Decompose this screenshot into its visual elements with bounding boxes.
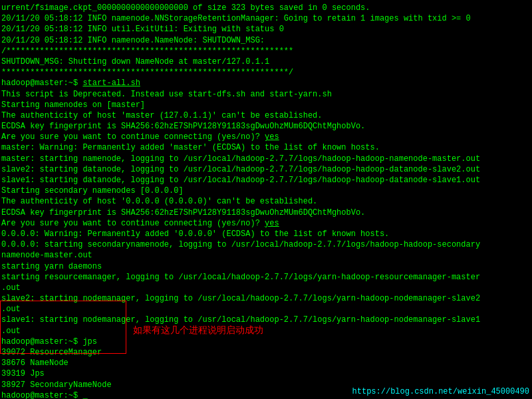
terminal-line: Starting secondary namenodes [0.0.0.0] (1, 186, 531, 196)
terminal-line: 39319 Jps (1, 368, 531, 379)
terminal-line: master: starting namenode, logging to /u… (1, 154, 531, 164)
terminal-line: Starting namenodes on [master] (1, 100, 531, 110)
terminal-line: 20/11/20 05:18:12 INFO namenode.NNStorag… (1, 13, 531, 24)
terminal-line: master: Warning: Permanently added 'mast… (1, 142, 531, 153)
terminal-line: namenode-master.out (1, 250, 531, 261)
terminal-line: The authenticity of host 'master (127.0.… (1, 110, 531, 121)
terminal-line: This script is Deprecated. Instead use s… (1, 89, 531, 100)
process-highlight-box (0, 301, 126, 354)
terminal-line: urrent/fsimage.ckpt_0000000000000000000 … (1, 3, 531, 13)
terminal-line: slave2: starting datanode, logging to /u… (1, 164, 531, 175)
terminal-line: SHUTDOWN_MSG: Shutting down NameNode at … (1, 57, 531, 67)
terminal-line: .out (1, 283, 531, 293)
terminal-line: starting resourcemanager, logging to /us… (1, 272, 531, 283)
terminal-line: ****************************************… (1, 67, 531, 78)
terminal-line: Are you sure you want to continue connec… (1, 132, 531, 142)
terminal-line: 20/11/20 05:18:12 INFO namenode.NameNode… (1, 35, 531, 46)
terminal-line: The authenticity of host '0.0.0.0 (0.0.0… (1, 196, 531, 207)
terminal-line: starting yarn daemons (1, 261, 531, 272)
annotation-text: 如果有这几个进程说明启动成功 (133, 325, 263, 336)
terminal-line: 0.0.0.0: starting secondarynamenode, log… (1, 239, 531, 250)
terminal-line: hadoop@master:~$ start-all.sh (1, 78, 531, 88)
terminal-line: 0.0.0.0: Warning: Permanently added '0.0… (1, 229, 531, 239)
terminal: urrent/fsimage.ckpt_0000000000000000000 … (0, 0, 532, 399)
terminal-line: ECDSA key fingerprint is SHA256:62hzE7Sh… (1, 207, 531, 218)
terminal-line: 20/11/20 05:18:12 INFO util.ExitUtil: Ex… (1, 24, 531, 35)
terminal-line: ECDSA key fingerprint is SHA256:62hzE7Sh… (1, 121, 531, 132)
terminal-line: slave1: starting datanode, logging to /u… (1, 175, 531, 186)
blog-link: https://blog.csdn.net/weixin_45000490 (352, 387, 529, 396)
terminal-line: Are you sure you want to continue connec… (1, 218, 531, 229)
terminal-line: /***************************************… (1, 46, 531, 57)
terminal-line: 38676 NameNode (1, 358, 531, 368)
